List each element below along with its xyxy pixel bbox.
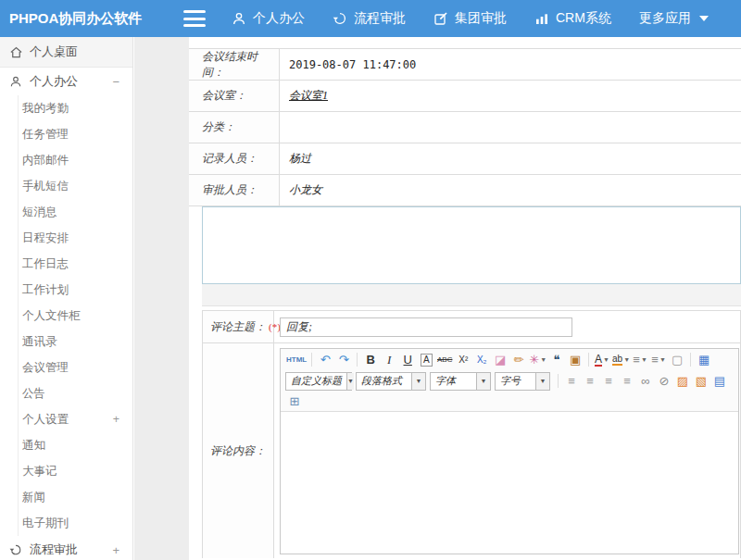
paste-as-text-icon: ▣ [570, 353, 581, 367]
undo-icon: ↶ [320, 353, 331, 367]
strikethrough-button[interactable]: ABC ▼ [436, 351, 453, 368]
sidebar-item-desktop[interactable]: 个人桌面 [0, 37, 132, 68]
nav-crm[interactable]: CRM系统 [534, 10, 611, 27]
align-left-button[interactable]: ≡ ▼ [563, 372, 580, 390]
format-select[interactable]: 自定义标题 ▼ [285, 372, 352, 391]
font-color-button[interactable]: A ▼ [594, 351, 610, 368]
field-label: 分类： [189, 112, 280, 143]
source-mode-button[interactable]: HTML ▼ [286, 351, 307, 368]
sidebar-item[interactable]: 会议管理 [19, 355, 132, 380]
undo-button[interactable]: ↶ ▼ [317, 351, 333, 368]
format-selects: 自定义标题 ▼ 段落格式 ▼ 字体 ▼ 字号 [285, 372, 554, 391]
format-select[interactable]: 字体 ▼ [430, 372, 491, 391]
blockquote-icon: ❝ [554, 353, 560, 367]
redo-button[interactable]: ↷ ▼ [335, 351, 352, 368]
align-center-icon: ≡ [586, 374, 594, 388]
format-brush-button[interactable]: ✏ ▼ [510, 351, 527, 368]
dropdown-caret-icon: ▼ [346, 373, 354, 390]
sidebar-item[interactable]: 通知 [19, 432, 132, 458]
insert-image-button[interactable]: ▧ ▼ [693, 372, 710, 390]
highlight-color-button[interactable]: ab ▼ [612, 351, 630, 368]
sidebar-item[interactable]: 日程安排 [19, 225, 132, 251]
sidebar-item[interactable]: 通讯录 [19, 329, 132, 355]
sidebar-item[interactable]: 内部邮件 [19, 147, 132, 173]
unlink-button[interactable]: ⊘ ▼ [656, 372, 672, 390]
new-page-icon: ▢ [672, 353, 683, 367]
dropdown-caret-icon: ▼ [476, 373, 490, 390]
unordered-list-button[interactable]: ≡ ▼ [650, 351, 667, 368]
bold-button[interactable]: B ▼ [362, 351, 379, 368]
menu-icon[interactable] [183, 10, 206, 27]
main-content: 会议结束时间： 2019-08-07 11:47:00 会议室： 会议室1 分类… [134, 37, 741, 560]
collapse-toggle[interactable]: − [112, 75, 119, 89]
unlink-icon: ⊘ [659, 374, 670, 388]
nav-workflow-approval[interactable]: 流程审批 [333, 10, 406, 27]
font-frame-button[interactable]: A ▼ [418, 351, 434, 368]
underline-icon: U [404, 353, 412, 367]
sidebar-item[interactable]: 大事记 [19, 458, 132, 484]
sidebar-item[interactable]: 工作计划 [19, 277, 132, 303]
sidebar-item[interactable]: 个人文件柜 [19, 303, 132, 329]
sidebar-item[interactable]: 公告 [19, 380, 132, 406]
comment-subject-input[interactable] [280, 317, 572, 337]
link-icon: ∞ [641, 374, 649, 388]
expand-toggle[interactable]: + [113, 413, 119, 426]
special-symbol-button[interactable]: ✳ ▼ [529, 351, 546, 368]
nav-more-apps[interactable]: 更多应用 [639, 10, 709, 27]
media-button[interactable]: ▤ ▼ [711, 372, 728, 390]
table-row: 审批人员： 小龙女 [189, 175, 741, 206]
font-color-icon: A [595, 354, 602, 367]
new-page-button[interactable]: ▢ ▼ [669, 351, 685, 368]
format-select[interactable]: 字号 ▼ [495, 372, 550, 391]
field-value [280, 112, 741, 143]
field-label: 会议室： [189, 81, 280, 111]
person-icon [9, 75, 28, 88]
eraser-icon: ◪ [495, 353, 506, 367]
paste-as-text-button[interactable]: ▣ ▼ [567, 351, 584, 368]
align-justify-button[interactable]: ≡ ▼ [619, 372, 635, 390]
align-center-button[interactable]: ≡ ▼ [582, 372, 598, 390]
sidebar-item[interactable]: 手机短信 [19, 173, 132, 199]
blockquote-button[interactable]: ❝ ▼ [548, 351, 565, 368]
dropdown-caret-icon: ▼ [535, 373, 549, 390]
history-icon [9, 543, 28, 556]
ordered-list-icon: ≡ [633, 353, 640, 367]
source-mode-icon: HTML [286, 355, 307, 364]
toolbar-separator [311, 353, 312, 367]
sidebar-item[interactable]: 电子期刊 [19, 510, 132, 536]
superscript-icon: X² [458, 355, 468, 365]
sidebar-item[interactable]: 新闻 [19, 484, 132, 510]
sidebar-item[interactable]: 工作日志 [19, 251, 132, 277]
field-value: 小龙女 [280, 175, 741, 205]
nav-group-approval[interactable]: 集团审批 [433, 10, 507, 27]
sidebar-item[interactable]: 任务管理 [19, 121, 132, 147]
comment-content-row: 评论内容： HTML ▼ ↶ ▼ [203, 343, 740, 558]
dropdown-caret-icon: ▼ [641, 356, 647, 363]
underline-button[interactable]: U ▼ [399, 351, 416, 368]
nav-personal-office[interactable]: 个人办公 [232, 10, 305, 27]
table-button[interactable]: ⊞ ▼ [286, 392, 303, 410]
expand-toggle[interactable]: + [112, 543, 119, 557]
rich-text-editor: HTML ▼ ↶ ▼ ↷ ▼ B ▼ [280, 348, 739, 554]
italic-button[interactable]: I ▼ [381, 351, 397, 368]
editor-content-area[interactable] [281, 412, 738, 554]
align-right-button[interactable]: ≡ ▼ [600, 372, 617, 390]
toolbar-separator [588, 353, 589, 367]
superscript-button[interactable]: X² ▼ [455, 351, 471, 368]
ordered-list-button[interactable]: ≡ ▼ [632, 351, 648, 368]
fullscreen-button[interactable]: ▦ ▼ [696, 351, 712, 368]
italic-icon: I [387, 353, 391, 367]
sidebar-item-workflow[interactable]: 流程审批 + [0, 536, 132, 560]
eraser-button[interactable]: ◪ ▼ [492, 351, 509, 368]
align-justify-icon: ≡ [623, 374, 631, 388]
link-button[interactable]: ∞ ▼ [637, 372, 654, 390]
content-statusbar [202, 284, 741, 306]
subscript-button[interactable]: X₂ ▼ [473, 351, 490, 368]
image-button[interactable]: ▨ ▼ [674, 372, 691, 390]
media-icon: ▤ [714, 374, 725, 388]
sidebar-item[interactable]: 个人设置 + [19, 406, 132, 432]
format-select[interactable]: 段落格式 ▼ [356, 372, 426, 391]
sidebar-item[interactable]: 我的考勤 [19, 95, 132, 121]
sidebar-item[interactable]: 短消息 [19, 199, 132, 225]
sidebar-item-personal-office[interactable]: 个人办公 − [0, 68, 132, 95]
